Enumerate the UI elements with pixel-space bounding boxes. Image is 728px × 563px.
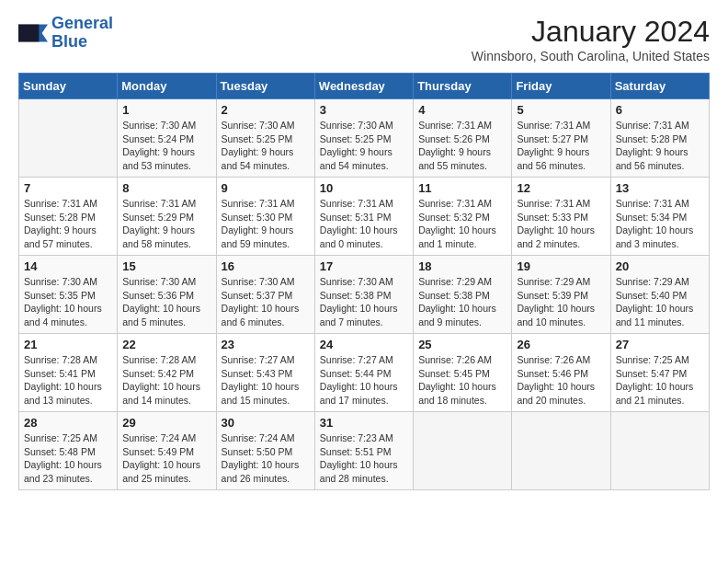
- day-info: Sunrise: 7:27 AM Sunset: 5:43 PM Dayligh…: [222, 353, 310, 408]
- calendar-cell: 26Sunrise: 7:26 AM Sunset: 5:46 PM Dayli…: [512, 334, 610, 412]
- logo-text: General Blue: [51, 15, 113, 52]
- day-number: 26: [517, 338, 605, 351]
- weekday-header: Friday: [512, 74, 610, 99]
- day-number: 5: [517, 103, 605, 117]
- day-number: 30: [222, 416, 310, 430]
- day-info: Sunrise: 7:30 AM Sunset: 5:25 PM Dayligh…: [222, 119, 310, 173]
- calendar-cell: 6Sunrise: 7:31 AM Sunset: 5:28 PM Daylig…: [610, 99, 709, 178]
- day-number: 11: [418, 181, 506, 195]
- day-info: Sunrise: 7:24 AM Sunset: 5:50 PM Dayligh…: [222, 431, 310, 486]
- day-info: Sunrise: 7:25 AM Sunset: 5:47 PM Dayligh…: [616, 353, 704, 408]
- day-number: 21: [24, 338, 112, 351]
- calendar-cell: 30Sunrise: 7:24 AM Sunset: 5:50 PM Dayli…: [216, 412, 314, 490]
- day-info: Sunrise: 7:30 AM Sunset: 5:37 PM Dayligh…: [222, 275, 310, 329]
- day-number: 9: [222, 181, 310, 195]
- day-number: 27: [616, 338, 704, 351]
- calendar-cell: 2Sunrise: 7:30 AM Sunset: 5:25 PM Daylig…: [216, 99, 314, 178]
- day-number: 15: [122, 259, 210, 273]
- day-number: 13: [616, 181, 704, 195]
- day-info: Sunrise: 7:30 AM Sunset: 5:38 PM Dayligh…: [320, 275, 408, 329]
- day-number: 29: [122, 416, 210, 430]
- day-number: 28: [24, 416, 112, 430]
- calendar-cell: 29Sunrise: 7:24 AM Sunset: 5:49 PM Dayli…: [118, 412, 216, 490]
- day-info: Sunrise: 7:28 AM Sunset: 5:41 PM Dayligh…: [24, 353, 112, 408]
- calendar-cell: 12Sunrise: 7:31 AM Sunset: 5:33 PM Dayli…: [512, 178, 610, 256]
- day-info: Sunrise: 7:28 AM Sunset: 5:42 PM Dayligh…: [122, 353, 210, 408]
- day-number: 1: [122, 103, 210, 117]
- day-info: Sunrise: 7:31 AM Sunset: 5:30 PM Dayligh…: [222, 197, 310, 251]
- calendar-cell: 5Sunrise: 7:31 AM Sunset: 5:27 PM Daylig…: [512, 99, 610, 178]
- weekday-header: Tuesday: [216, 74, 314, 99]
- calendar-cell: 16Sunrise: 7:30 AM Sunset: 5:37 PM Dayli…: [216, 256, 314, 334]
- day-number: 16: [222, 259, 310, 273]
- day-info: Sunrise: 7:31 AM Sunset: 5:33 PM Dayligh…: [517, 197, 605, 251]
- day-number: 18: [418, 259, 506, 273]
- svg-rect-1: [18, 24, 39, 41]
- day-info: Sunrise: 7:23 AM Sunset: 5:51 PM Dayligh…: [320, 431, 408, 486]
- calendar-cell: 11Sunrise: 7:31 AM Sunset: 5:32 PM Dayli…: [414, 178, 512, 256]
- calendar-cell: 23Sunrise: 7:27 AM Sunset: 5:43 PM Dayli…: [216, 334, 314, 412]
- day-info: Sunrise: 7:31 AM Sunset: 5:27 PM Dayligh…: [517, 119, 605, 173]
- day-info: Sunrise: 7:30 AM Sunset: 5:36 PM Dayligh…: [122, 275, 210, 329]
- day-info: Sunrise: 7:31 AM Sunset: 5:29 PM Dayligh…: [122, 197, 210, 251]
- calendar-cell: 20Sunrise: 7:29 AM Sunset: 5:40 PM Dayli…: [610, 256, 709, 334]
- day-info: Sunrise: 7:31 AM Sunset: 5:32 PM Dayligh…: [418, 197, 506, 251]
- page-header: General Blue January 2024 Winnsboro, Sou…: [18, 15, 710, 63]
- weekday-header: Monday: [118, 74, 216, 99]
- day-info: Sunrise: 7:29 AM Sunset: 5:38 PM Dayligh…: [418, 275, 506, 329]
- logo-icon: [18, 18, 48, 48]
- day-info: Sunrise: 7:24 AM Sunset: 5:49 PM Dayligh…: [122, 431, 210, 486]
- month-title: January 2024: [472, 15, 710, 49]
- calendar-cell: 22Sunrise: 7:28 AM Sunset: 5:42 PM Dayli…: [118, 334, 216, 412]
- calendar-cell: [512, 412, 610, 490]
- day-info: Sunrise: 7:29 AM Sunset: 5:39 PM Dayligh…: [517, 275, 605, 329]
- calendar-cell: 14Sunrise: 7:30 AM Sunset: 5:35 PM Dayli…: [19, 256, 118, 334]
- calendar-cell: 9Sunrise: 7:31 AM Sunset: 5:30 PM Daylig…: [216, 178, 314, 256]
- day-info: Sunrise: 7:31 AM Sunset: 5:26 PM Dayligh…: [418, 119, 506, 173]
- day-number: 14: [24, 259, 112, 273]
- day-info: Sunrise: 7:26 AM Sunset: 5:46 PM Dayligh…: [517, 353, 605, 408]
- day-number: 8: [122, 181, 210, 195]
- day-number: 4: [418, 103, 506, 117]
- calendar-cell: 3Sunrise: 7:30 AM Sunset: 5:25 PM Daylig…: [314, 99, 413, 178]
- weekday-header: Sunday: [19, 74, 118, 99]
- day-info: Sunrise: 7:29 AM Sunset: 5:40 PM Dayligh…: [616, 275, 704, 329]
- weekday-header: Thursday: [414, 74, 512, 99]
- logo: General Blue: [18, 15, 113, 52]
- day-info: Sunrise: 7:26 AM Sunset: 5:45 PM Dayligh…: [418, 353, 506, 408]
- day-info: Sunrise: 7:27 AM Sunset: 5:44 PM Dayligh…: [320, 353, 408, 408]
- day-number: 17: [320, 259, 408, 273]
- title-block: January 2024 Winnsboro, South Carolina, …: [472, 15, 710, 63]
- calendar-cell: 17Sunrise: 7:30 AM Sunset: 5:38 PM Dayli…: [314, 256, 413, 334]
- day-number: 2: [222, 103, 310, 117]
- calendar-cell: 8Sunrise: 7:31 AM Sunset: 5:29 PM Daylig…: [118, 178, 216, 256]
- calendar-cell: 21Sunrise: 7:28 AM Sunset: 5:41 PM Dayli…: [19, 334, 118, 412]
- day-number: 31: [320, 416, 408, 430]
- day-info: Sunrise: 7:31 AM Sunset: 5:28 PM Dayligh…: [24, 197, 112, 251]
- calendar-cell: 27Sunrise: 7:25 AM Sunset: 5:47 PM Dayli…: [610, 334, 709, 412]
- day-number: 12: [517, 181, 605, 195]
- calendar-cell: 31Sunrise: 7:23 AM Sunset: 5:51 PM Dayli…: [314, 412, 413, 490]
- calendar-cell: 10Sunrise: 7:31 AM Sunset: 5:31 PM Dayli…: [314, 178, 413, 256]
- day-number: 10: [320, 181, 408, 195]
- day-info: Sunrise: 7:30 AM Sunset: 5:24 PM Dayligh…: [122, 119, 210, 173]
- calendar-cell: 18Sunrise: 7:29 AM Sunset: 5:38 PM Dayli…: [414, 256, 512, 334]
- calendar-table: SundayMondayTuesdayWednesdayThursdayFrid…: [18, 73, 710, 490]
- day-number: 22: [122, 338, 210, 351]
- location-title: Winnsboro, South Carolina, United States: [472, 49, 710, 63]
- day-info: Sunrise: 7:30 AM Sunset: 5:35 PM Dayligh…: [24, 275, 112, 329]
- calendar-cell: 1Sunrise: 7:30 AM Sunset: 5:24 PM Daylig…: [118, 99, 216, 178]
- weekday-header: Saturday: [610, 74, 709, 99]
- day-info: Sunrise: 7:25 AM Sunset: 5:48 PM Dayligh…: [24, 431, 112, 486]
- calendar-cell: [414, 412, 512, 490]
- calendar-cell: 25Sunrise: 7:26 AM Sunset: 5:45 PM Dayli…: [414, 334, 512, 412]
- day-info: Sunrise: 7:31 AM Sunset: 5:31 PM Dayligh…: [320, 197, 408, 251]
- calendar-cell: 7Sunrise: 7:31 AM Sunset: 5:28 PM Daylig…: [19, 178, 118, 256]
- calendar-cell: 28Sunrise: 7:25 AM Sunset: 5:48 PM Dayli…: [19, 412, 118, 490]
- day-number: 7: [24, 181, 112, 195]
- calendar-cell: [610, 412, 709, 490]
- calendar-cell: 19Sunrise: 7:29 AM Sunset: 5:39 PM Dayli…: [512, 256, 610, 334]
- day-number: 19: [517, 259, 605, 273]
- day-info: Sunrise: 7:30 AM Sunset: 5:25 PM Dayligh…: [320, 119, 408, 173]
- calendar-cell: 13Sunrise: 7:31 AM Sunset: 5:34 PM Dayli…: [610, 178, 709, 256]
